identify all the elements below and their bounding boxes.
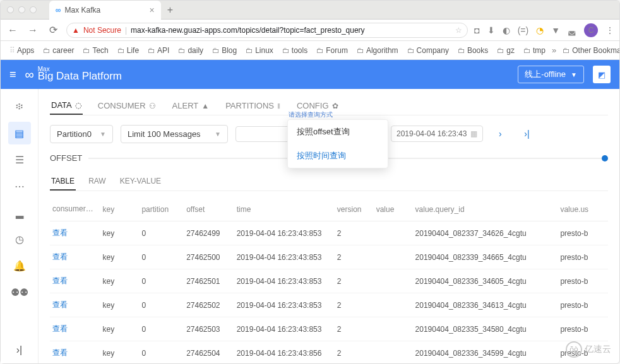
rail-more[interactable]: ⋯ — [8, 175, 31, 197]
window-close[interactable] — [7, 6, 14, 13]
tab-partitions[interactable]: PARTITIONS⦀ — [224, 97, 282, 115]
tab-alert[interactable]: ALERT▲ — [171, 97, 211, 115]
user-button[interactable]: ◩ — [593, 66, 611, 83]
bookmark-item[interactable]: 🗀API — [145, 45, 172, 56]
main-area: DATA◌CONSUMER⚇ALERT▲PARTITIONS⦀CONFIG✿ P… — [39, 89, 619, 363]
view-link[interactable]: 查看 — [52, 300, 68, 309]
ext-icon[interactable]: ▼ — [551, 25, 560, 35]
tab-consumer[interactable]: CONSUMER⚇ — [97, 97, 157, 115]
bookmark-item[interactable]: 🗀Linux — [243, 45, 276, 56]
cell-key: key — [100, 341, 140, 364]
ext-icon[interactable]: (=) — [518, 25, 529, 35]
view-link[interactable]: 查看 — [52, 324, 68, 333]
view-link[interactable]: 查看 — [52, 348, 68, 357]
rail-storage[interactable]: ▂ — [8, 201, 31, 224]
view-link[interactable]: 查看 — [52, 276, 68, 285]
menu-toggle[interactable]: ≡ — [9, 68, 16, 81]
ext-icon[interactable]: ◐ — [503, 25, 510, 35]
back-button[interactable]: ← — [6, 25, 20, 36]
calendar-icon: ▦ — [470, 129, 477, 138]
bookmark-item[interactable]: 🗀Forum — [314, 45, 350, 56]
page-last[interactable]: ›| — [517, 124, 536, 143]
ext-icon[interactable]: ◘ — [474, 25, 479, 35]
bookmark-item[interactable]: 🗀career — [40, 45, 76, 56]
new-tab-button[interactable]: + — [167, 4, 173, 16]
cell-offset: 27462500 — [184, 245, 234, 269]
cell-time: 2019-04-04 16:23:43:856 — [234, 341, 335, 364]
cell-value — [374, 341, 413, 364]
cell-offset: 27462502 — [184, 293, 234, 317]
view-tab-raw[interactable]: RAW — [87, 173, 107, 191]
menu-icon[interactable]: ⋮ — [605, 25, 614, 35]
ext-icon[interactable]: ◔ — [536, 25, 544, 35]
partition-select[interactable]: Partition0▼ — [50, 125, 113, 143]
dd-option-time[interactable]: 按照时间查询 — [288, 144, 388, 168]
cell-value — [374, 221, 413, 245]
bookmark-item[interactable]: 🗀Books — [455, 45, 491, 56]
side-rail: ፨ ▤ ☰ ⋯ ▂ ◷ 🔔 ⚉⚉ ›| — [1, 89, 39, 363]
ext-icon[interactable]: ⬇ — [487, 25, 495, 35]
cell-value — [374, 317, 413, 341]
bookmark-item[interactable]: 🗀tools — [280, 45, 310, 56]
view-link[interactable]: 查看 — [52, 252, 68, 261]
other-bookmarks[interactable]: 🗀Other Bookmarks — [560, 45, 619, 56]
view-tab-key-value[interactable]: KEY-VALUE — [119, 173, 162, 191]
cell-queryid: 20190404_082339_34665_4cgtu — [413, 245, 558, 269]
bookmark-item[interactable]: 🗀gz — [494, 45, 517, 56]
cell-value — [374, 269, 413, 293]
logo-main: Big Data Platform — [38, 70, 122, 83]
bookmark-star-icon[interactable]: ☆ — [455, 26, 462, 35]
window-max[interactable] — [30, 6, 37, 13]
profile-avatar[interactable]: C — [584, 23, 598, 37]
col-header: value.us — [557, 197, 608, 221]
close-icon[interactable]: × — [150, 5, 155, 15]
bookmark-item[interactable]: 🗀tmp — [521, 45, 548, 56]
dd-option-offset[interactable]: 按照offset查询 — [288, 120, 388, 144]
cell-version: 2 — [335, 317, 374, 341]
window-min[interactable] — [18, 6, 25, 13]
bookmark-item[interactable]: 🗀Blog — [210, 45, 239, 56]
forward-button[interactable]: → — [26, 25, 40, 36]
browser-tab[interactable]: ∞ Max Kafka × — [49, 1, 161, 20]
apps-button[interactable]: ⠿Apps — [7, 45, 37, 56]
url-input[interactable]: ▲ Not Secure | max-kafka-new.guazi-apps.… — [66, 23, 468, 38]
env-select[interactable]: 线上-offline▼ — [518, 66, 584, 83]
bookmarks-bar: ⠿Apps 🗀career🗀Tech🗀Life🗀API🗀daily🗀Blog🗀L… — [1, 41, 619, 60]
table-row: 查看key0274624992019-04-04 16:23:43:853220… — [50, 221, 608, 245]
limit-select[interactable]: Limit 100 Messages▼ — [121, 125, 228, 143]
cell-partition: 0 — [139, 245, 184, 269]
logo-icon: ∞ — [25, 68, 34, 82]
rail-list[interactable]: ☰ — [8, 148, 31, 171]
cell-offset: 27462499 — [184, 221, 234, 245]
rail-users[interactable]: ⚉⚉ — [8, 281, 31, 303]
cell-queryid: 20190404_082336_34613_4cgtu — [413, 293, 558, 317]
view-link[interactable]: 查看 — [52, 228, 68, 237]
cell-version: 2 — [335, 269, 374, 293]
cell-queryid: 20190404_082336_34605_4cgtu — [413, 269, 558, 293]
rail-schedule[interactable]: ◷ — [8, 228, 31, 250]
page-next[interactable]: › — [491, 124, 510, 143]
rail-alerts[interactable]: 🔔 — [8, 254, 31, 277]
address-bar: ← → ⟳ ▲ Not Secure | max-kafka-new.guazi… — [1, 20, 619, 41]
datetime-input[interactable]: 2019-04-04 16:23:43▦ — [391, 126, 483, 142]
cell-time: 2019-04-04 16:23:43:853 — [234, 293, 335, 317]
ext-icon[interactable]: ◛ — [568, 25, 576, 35]
col-header: version — [335, 197, 374, 221]
view-tab-table[interactable]: TABLE — [50, 173, 76, 191]
bookmark-item[interactable]: 🗀Company — [405, 45, 451, 56]
tab-data[interactable]: DATA◌ — [50, 97, 83, 115]
bookmark-item[interactable]: 🗀Algorithm — [354, 45, 401, 56]
cell-offset: 27462503 — [184, 317, 234, 341]
rail-cluster[interactable]: ፨ — [8, 95, 31, 118]
bookmark-item[interactable]: 🗀Tech — [80, 45, 110, 56]
reload-button[interactable]: ⟳ — [46, 24, 60, 36]
rail-topics[interactable]: ▤ — [8, 122, 31, 144]
bookmark-item[interactable]: 🗀Life — [115, 45, 141, 56]
rail-collapse[interactable]: ›| — [16, 344, 22, 356]
col-header: value — [374, 197, 413, 221]
cell-version: 2 — [335, 245, 374, 269]
bookmark-item[interactable]: 🗀daily — [176, 45, 206, 56]
cell-user: presto-b — [557, 317, 608, 341]
col-header: offset — [184, 197, 234, 221]
cell-user: presto-b — [557, 293, 608, 317]
